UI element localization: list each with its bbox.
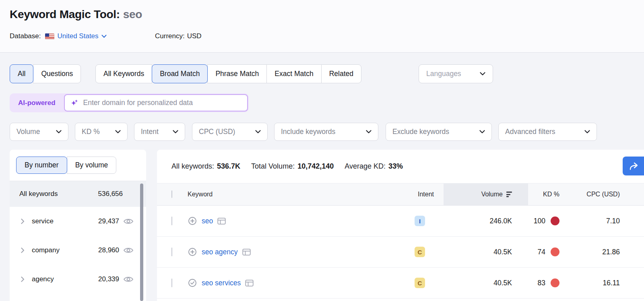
keywords-table-panel: All keywords:536.7K Total Volume:10,742,… [157,150,644,301]
column-header-intent[interactable]: Intent [407,191,445,198]
tab-all[interactable]: All [10,64,33,83]
serp-features-icon[interactable] [217,218,226,225]
include-keywords-dropdown[interactable]: Include keywords [274,123,378,141]
page-header: Keyword Magic Tool:seo Database: United … [0,0,644,53]
chevron-down-icon [255,130,261,134]
select-all-checkbox[interactable] [171,190,172,198]
stat-all-keywords: All keywords:536.7K [171,162,240,171]
group-count: 20,339 [98,275,119,283]
stat-value: 10,742,140 [297,162,334,170]
tab-related[interactable]: Related [321,64,361,83]
serp-features-icon[interactable] [245,280,254,287]
cpc-value: 21.86 [559,248,620,256]
languages-label: Languages [426,70,461,78]
filter-label: Volume [17,128,40,136]
share-icon [628,161,639,171]
group-row-agency[interactable]: agency 20,339 [10,265,146,294]
table-body: seo I 246.0K 100 7.10 seo agency [157,206,644,301]
column-header-volume[interactable]: Volume [445,191,512,198]
group-count: 28,960 [98,246,119,254]
chevron-down-icon [366,130,372,134]
domain-input[interactable]: Enter domain for personalized data [64,94,248,111]
filter-label: CPC (USD) [199,128,235,136]
intent-badge: I [415,216,425,226]
kd-value: 83 [538,279,545,287]
kd-difficulty-dot [551,247,559,256]
group-label: All keywords [19,190,58,198]
tab-broad-match[interactable]: Broad Match [152,64,208,83]
domain-input-placeholder: Enter domain for personalized data [83,99,193,107]
toggle-by-volume[interactable]: By volume [67,157,117,174]
group-list: service 29,437 company 28,960 agency 20,… [10,207,146,301]
add-to-list-icon[interactable] [188,216,197,226]
group-count: 536,656 [98,190,123,198]
group-label: company [32,246,60,254]
intent-filter-dropdown[interactable]: Intent [134,123,185,141]
filter-label: KD % [82,128,100,136]
stat-value: 536.7K [217,162,240,170]
eye-icon[interactable] [123,247,134,254]
database-selector[interactable]: United States [58,32,107,40]
database-value: United States [58,32,99,40]
share-button[interactable] [623,157,644,175]
cpc-value: 16.11 [559,279,620,287]
stat-label: All keywords: [171,162,214,170]
tab-all-keywords[interactable]: All Keywords [95,64,152,83]
search-query: seo [123,8,142,21]
column-header-keyword[interactable]: Keyword [188,191,407,198]
page-title: Keyword Magic Tool:seo [10,8,142,21]
stat-value: 33% [388,162,403,170]
exclude-keywords-dropdown[interactable]: Exclude keywords [386,123,492,141]
database-label: Database: [10,32,41,40]
tab-phrase-match[interactable]: Phrase Match [207,64,267,83]
chevron-down-icon [480,72,485,76]
added-to-list-icon[interactable] [188,278,197,288]
intent-badge: C [415,278,425,288]
table-row: seo services C 40.5K 83 16.11 [157,268,644,299]
column-header-cpc[interactable]: CPC (USD) [559,191,620,198]
row-checkbox[interactable] [171,216,172,225]
chevron-down-icon [101,35,107,38]
group-row-service[interactable]: service 29,437 [10,207,146,236]
advanced-filters-dropdown[interactable]: Advanced filters [498,123,597,141]
stat-label: Total Volume: [251,162,295,170]
group-row-company[interactable]: company 28,960 [10,236,146,265]
tab-exact-match[interactable]: Exact Match [266,64,321,83]
group-label: service [32,217,54,225]
tab-questions[interactable]: Questions [33,64,81,83]
group-count: 29,437 [98,217,119,225]
currency-label: Currency: [155,32,185,40]
column-header-kd[interactable]: KD % [512,191,559,198]
chevron-down-icon [479,130,485,134]
cpc-filter-dropdown[interactable]: CPC (USD) [192,123,268,141]
volume-value: 40.5K [445,248,512,256]
languages-dropdown[interactable]: Languages [419,64,493,83]
table-row: seo agency C 40.5K 74 21.86 [157,237,644,268]
keyword-groups-panel: By number By volume All keywords 536,656… [10,150,146,301]
all-keywords-group-row[interactable]: All keywords 536,656 [10,181,146,207]
eye-icon[interactable] [123,276,134,283]
eye-icon[interactable] [123,218,134,225]
filter-label: Include keywords [281,128,335,136]
filter-label: Intent [141,128,159,136]
us-flag-icon [45,33,54,39]
table-header: Keyword Intent Volume KD % CPC (USD) [157,183,644,206]
summary-stats: All keywords:536.7K Total Volume:10,742,… [157,150,644,183]
volume-value: 246.0K [445,217,512,225]
row-checkbox[interactable] [171,247,172,256]
scrollbar[interactable] [140,183,143,301]
kd-filter-dropdown[interactable]: KD % [75,123,128,141]
serp-features-icon[interactable] [242,249,251,256]
row-checkbox[interactable] [171,278,172,287]
keyword-link[interactable]: seo services [202,279,241,287]
add-to-list-icon[interactable] [188,247,197,257]
kd-difficulty-dot [551,216,559,225]
column-label: Volume [481,191,503,198]
keyword-link[interactable]: seo [202,217,213,225]
keyword-link[interactable]: seo agency [202,248,238,256]
volume-filter-dropdown[interactable]: Volume [10,123,68,141]
currency-row: Currency:USD [155,32,202,40]
database-row: Database: United States [10,32,107,40]
toggle-by-number[interactable]: By number [16,157,67,174]
question-tabs-group: All Questions [10,64,81,83]
